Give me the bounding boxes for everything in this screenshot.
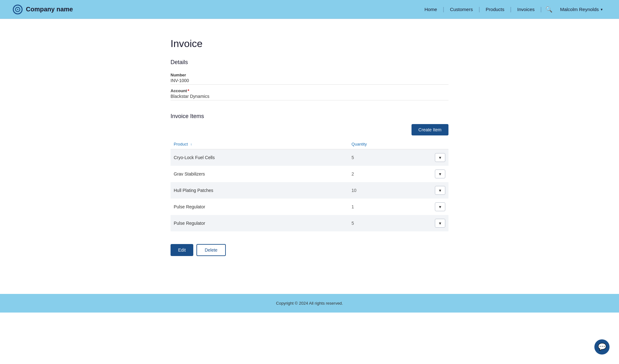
- user-caret-icon: ▾: [601, 7, 603, 12]
- action-cell: ▾: [430, 199, 448, 215]
- field-number-value: INV-1000: [171, 78, 448, 83]
- quantity-cell: 5: [348, 149, 430, 166]
- chevron-down-icon: ▾: [439, 171, 441, 176]
- row-dropdown-button[interactable]: ▾: [435, 170, 445, 178]
- invoice-table: Product ↑ Quantity Cryo-Lock Fuel Cells …: [171, 139, 448, 231]
- brand[interactable]: Company name: [13, 4, 73, 15]
- create-item-bar: Create Item: [171, 124, 448, 135]
- action-cell: ▾: [430, 215, 448, 231]
- page-title: Invoice: [171, 38, 448, 50]
- table-row: Pulse Regulator 1 ▾: [171, 199, 448, 215]
- nav-link-invoices[interactable]: Invoices: [512, 7, 540, 12]
- brand-icon: [13, 4, 23, 15]
- product-cell: Grav Stabilizers: [171, 166, 348, 182]
- nav-link-products[interactable]: Products: [480, 7, 510, 12]
- quantity-cell: 10: [348, 182, 430, 199]
- details-section-title: Details: [171, 59, 448, 66]
- field-account-label: Account*: [171, 88, 448, 93]
- user-menu[interactable]: Malcolm Reynolds ▾: [556, 7, 606, 12]
- product-cell: Cryo-Lock Fuel Cells: [171, 149, 348, 166]
- navbar: Company name Home | Customers | Products…: [0, 0, 619, 19]
- product-cell: Hull Plating Patches: [171, 182, 348, 199]
- field-number-label: Number: [171, 73, 448, 77]
- col-product[interactable]: Product ↑: [171, 139, 348, 149]
- sort-arrow-icon: ↑: [190, 142, 192, 146]
- footer: Copyright © 2024 All rights reserved.: [0, 294, 619, 313]
- quantity-cell: 2: [348, 166, 430, 182]
- action-cell: ▾: [430, 166, 448, 182]
- nav-links: Home | Customers | Products | Invoices |…: [419, 6, 606, 13]
- create-item-button[interactable]: Create Item: [412, 124, 448, 135]
- table-header: Product ↑ Quantity: [171, 139, 448, 149]
- chevron-down-icon: ▾: [439, 188, 441, 193]
- nav-link-customers[interactable]: Customers: [444, 7, 479, 12]
- required-asterisk: *: [188, 88, 189, 93]
- row-dropdown-button[interactable]: ▾: [435, 219, 445, 228]
- nav-item-products[interactable]: Products: [480, 7, 510, 12]
- items-section: Invoice Items Create Item Product ↑ Quan…: [171, 113, 448, 231]
- table-row: Pulse Regulator 5 ▾: [171, 215, 448, 231]
- col-quantity: Quantity: [348, 139, 430, 149]
- brand-name: Company name: [26, 6, 73, 13]
- items-section-title: Invoice Items: [171, 113, 448, 120]
- user-name: Malcolm Reynolds: [560, 7, 599, 12]
- main-content: Invoice Details Number INV-1000 Account*…: [158, 19, 461, 275]
- edit-button[interactable]: Edit: [171, 244, 193, 256]
- product-cell: Pulse Regulator: [171, 199, 348, 215]
- col-actions: [430, 139, 448, 149]
- action-cell: ▾: [430, 182, 448, 199]
- row-dropdown-button[interactable]: ▾: [435, 186, 445, 195]
- row-dropdown-button[interactable]: ▾: [435, 153, 445, 162]
- delete-button[interactable]: Delete: [196, 244, 225, 256]
- chevron-down-icon: ▾: [439, 155, 441, 160]
- nav-item-home[interactable]: Home: [419, 7, 443, 12]
- field-account: Account* Blackstar Dynamics: [171, 86, 448, 100]
- footer-text: Copyright © 2024 All rights reserved.: [276, 301, 343, 306]
- nav-item-customers[interactable]: Customers: [444, 7, 479, 12]
- row-dropdown-button[interactable]: ▾: [435, 202, 445, 211]
- details-section: Details Number INV-1000 Account* Blackst…: [171, 59, 448, 100]
- quantity-cell: 5: [348, 215, 430, 231]
- table-row: Grav Stabilizers 2 ▾: [171, 166, 448, 182]
- quantity-cell: 1: [348, 199, 430, 215]
- product-cell: Pulse Regulator: [171, 215, 348, 231]
- table-body: Cryo-Lock Fuel Cells 5 ▾ Grav Stabilizer…: [171, 149, 448, 232]
- nav-link-home[interactable]: Home: [419, 7, 443, 12]
- table-row: Hull Plating Patches 10 ▾: [171, 182, 448, 199]
- field-number: Number INV-1000: [171, 70, 448, 85]
- chevron-down-icon: ▾: [439, 204, 441, 209]
- field-account-value: Blackstar Dynamics: [171, 94, 448, 99]
- action-cell: ▾: [430, 149, 448, 166]
- search-icon[interactable]: 🔍: [542, 6, 556, 13]
- chevron-down-icon: ▾: [439, 221, 441, 226]
- svg-point-2: [17, 9, 18, 10]
- nav-item-invoices[interactable]: Invoices: [512, 7, 540, 12]
- action-buttons: Edit Delete: [171, 244, 448, 256]
- table-row: Cryo-Lock Fuel Cells 5 ▾: [171, 149, 448, 166]
